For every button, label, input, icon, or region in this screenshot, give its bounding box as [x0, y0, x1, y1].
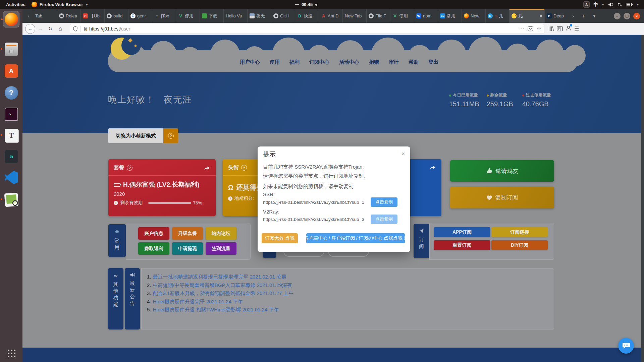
modal-close-icon[interactable]: ×: [401, 150, 405, 157]
latest-news-tab[interactable]: 最新公告: [125, 268, 140, 329]
mode-switch-help-button[interactable]: ?: [163, 128, 178, 143]
v2ray-url[interactable]: https://jj-rss-01.best/link/v2sLvaJyxkrE…: [263, 217, 374, 222]
common-button-申请提现[interactable]: 申请提现: [172, 242, 203, 255]
lock-warning-icon[interactable]: [83, 26, 88, 31]
network-icon[interactable]: [618, 2, 622, 7]
nav-item-登出[interactable]: 登出: [428, 59, 438, 65]
nav-item-活动中心[interactable]: 活动中心: [339, 59, 359, 65]
back-button[interactable]: ←: [25, 24, 35, 34]
copy-ssr-button[interactable]: 点击复制: [371, 197, 397, 207]
browser-tab[interactable]: Ggenr: [128, 9, 152, 23]
other-features-tab[interactable]: ∞ 其他功能: [108, 268, 123, 329]
client-center-button[interactable]: 客户端中心 / 客户端订阅 / 订阅の中心 点我点我！: [306, 233, 405, 243]
subscribe-button-重置订阅[interactable]: 重置订阅: [434, 240, 490, 250]
common-section-tab[interactable]: ☺ 常用: [108, 224, 126, 257]
invite-friends-button[interactable]: 邀请鸡友: [450, 160, 554, 182]
browser-tab[interactable]: D快速: [295, 9, 319, 23]
common-button-赚取返利[interactable]: 赚取返利: [138, 242, 169, 255]
list-tabs-icon[interactable]: ▼: [589, 9, 600, 23]
chat-widget-button[interactable]: [618, 338, 634, 354]
browser-tab[interactable]: File F: [366, 9, 390, 23]
browser-tab[interactable]: V使用: [390, 9, 414, 23]
url-text[interactable]: https://j01.best/user: [89, 26, 519, 32]
nav-item-福利[interactable]: 福利: [289, 59, 300, 65]
shield-icon[interactable]: [73, 26, 78, 32]
share-icon[interactable]: [204, 165, 210, 171]
copy-subscription-button[interactable]: 复制订阅: [450, 187, 554, 208]
mode-switch-button[interactable]: 切换为小萌新模式 ?: [108, 128, 178, 143]
browser-tab[interactable]: build: [104, 9, 128, 23]
home-button[interactable]: ⌂: [55, 24, 65, 34]
browser-tab[interactable]: ≡[Too: [152, 9, 176, 23]
menu-hamburger-icon[interactable]: ☰: [574, 25, 579, 32]
subscribe-button-订阅链接[interactable]: 订阅链接: [491, 227, 548, 237]
dock-item-screenshot[interactable]: [3, 191, 19, 208]
battery-icon[interactable]: [626, 3, 633, 6]
nav-item-使用[interactable]: 使用: [270, 59, 280, 65]
dock-item-firefox[interactable]: [3, 11, 19, 27]
browser-tab[interactable]: ▶♨几: [485, 9, 509, 23]
app-menu[interactable]: Firefox Web Browser ▼: [32, 2, 89, 7]
nav-item-捐赠[interactable]: 捐赠: [369, 59, 379, 65]
dock-item-help[interactable]: ?: [3, 84, 19, 101]
question-icon[interactable]: ?: [127, 165, 132, 171]
share-icon[interactable]: [429, 164, 436, 170]
browser-tab[interactable]: V使用: [176, 9, 200, 23]
announcement-link[interactable]: 最近一批地精邀請返利提現已提現處理完畢 2021.02.01 凌晨: [153, 274, 286, 280]
show-applications-icon[interactable]: [7, 349, 15, 357]
browser-tab[interactable]: Tab: [33, 9, 57, 23]
nav-item-用户中心[interactable]: 用户中心: [240, 59, 260, 65]
new-tab-button[interactable]: +: [578, 9, 589, 23]
account-icon[interactable]: [566, 25, 572, 32]
scroll-tabs-left-icon[interactable]: ‹: [24, 9, 33, 23]
dock-item-software[interactable]: A: [3, 63, 19, 79]
browser-tab[interactable]: GitH: [271, 9, 295, 23]
nav-item-帮助[interactable]: 帮助: [409, 59, 419, 65]
page-actions-icon[interactable]: ⋯: [519, 26, 524, 32]
forward-button[interactable]: →: [35, 24, 45, 34]
browser-tab[interactable]: DDeep: [544, 9, 568, 23]
announcement-link[interactable]: 中高短期/中等長期套餐新增BGP入口華東專線 2021.01.29深夜: [153, 282, 292, 288]
dock-item-vscode[interactable]: [3, 169, 19, 186]
common-button-账户信息[interactable]: 账户信息: [138, 227, 169, 240]
browser-tab[interactable]: New Tab: [342, 9, 366, 23]
dock-item-text-editor[interactable]: T: [3, 127, 19, 143]
question-icon[interactable]: ?: [241, 165, 247, 171]
common-button-签到流量[interactable]: 签到流量: [206, 242, 236, 255]
browser-tab[interactable]: EB常用: [438, 9, 462, 23]
common-button-站内论坛[interactable]: 站内论坛: [206, 227, 236, 240]
pocket-icon[interactable]: [528, 26, 533, 32]
nav-item-审计[interactable]: 审计: [389, 59, 399, 65]
maximize-button[interactable]: ▢: [624, 13, 630, 19]
reload-button[interactable]: ↻: [45, 24, 55, 34]
subscribe-button-APP订阅[interactable]: APP订阅: [434, 227, 490, 237]
subscribe-button-DIY订阅[interactable]: DIY订阅: [491, 240, 548, 250]
url-bar[interactable]: https://j01.best/user ⋯ ☆: [70, 24, 544, 34]
browser-tab[interactable]: AAnt D: [319, 9, 342, 23]
announcement-link[interactable]: 配合3.1新版本升級，所有餘額調整到抵扣金幣 2021.01.27 上午: [153, 290, 293, 296]
browser-tab[interactable]: New: [462, 9, 485, 23]
dock-item-terminal[interactable]: >_: [3, 106, 19, 122]
announcement-link[interactable]: Hinet機房硬件升級完畢 2021.01.24 下午: [153, 299, 243, 304]
browser-tab[interactable]: 知npm: [414, 9, 438, 23]
system-indicators[interactable]: A 中 ▼ ▼: [583, 1, 644, 8]
common-button-升级套餐[interactable]: 升级套餐: [172, 227, 203, 240]
browser-tab[interactable]: Relea: [57, 9, 80, 23]
library-icon[interactable]: [548, 26, 554, 32]
close-window-button[interactable]: ×: [633, 13, 640, 19]
scroll-tabs-right-icon[interactable]: ›: [568, 9, 578, 23]
bookmark-star-icon[interactable]: ☆: [537, 25, 541, 32]
tab-close-icon[interactable]: ×: [540, 13, 542, 19]
mode-switch-label[interactable]: 切换为小萌新模式: [108, 128, 163, 143]
copy-v2ray-button[interactable]: 点击复制: [371, 215, 397, 224]
scrollbar[interactable]: [641, 35, 644, 362]
announcement-link[interactable]: Hinet機房硬件升級 相關TWHinet受影響 2021.01.24 下午: [153, 307, 279, 312]
subscription-invalid-button[interactable]: 订阅无效 点我: [262, 233, 298, 243]
browser-tab[interactable]: C【Ub: [80, 9, 104, 23]
volume-icon[interactable]: [608, 2, 614, 7]
active-tab[interactable]: 几×: [509, 9, 544, 23]
dock-item-files[interactable]: [3, 41, 19, 57]
subscribe-section-tab[interactable]: 订阅: [414, 224, 429, 258]
minimize-button[interactable]: –: [614, 13, 621, 19]
browser-tab[interactable]: 夜无: [247, 9, 271, 23]
